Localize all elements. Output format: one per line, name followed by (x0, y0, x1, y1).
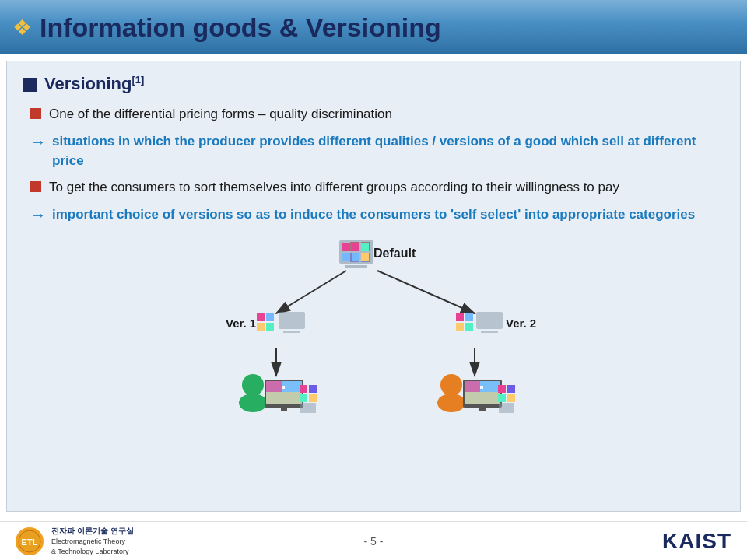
diagram-svg: Default Ver. 1 (109, 236, 638, 415)
svg-rect-44 (309, 394, 317, 402)
svg-rect-26 (465, 313, 473, 321)
svg-rect-11 (361, 253, 369, 261)
svg-text:Ver. 1: Ver. 1 (226, 317, 256, 330)
svg-rect-22 (279, 312, 305, 329)
svg-rect-25 (456, 313, 464, 321)
footer: ETL 전자파 이론기술 연구실 Electromagnetic Theory … (0, 521, 747, 560)
svg-rect-23 (283, 331, 300, 333)
svg-rect-51 (465, 381, 480, 392)
svg-rect-10 (361, 243, 369, 251)
svg-text:ETL: ETL (22, 537, 38, 547)
arrow-text-1: situations in which the producer provide… (52, 132, 724, 170)
svg-rect-8 (342, 253, 350, 261)
svg-rect-54 (480, 386, 483, 389)
svg-rect-38 (266, 392, 302, 404)
svg-rect-39 (282, 386, 285, 389)
svg-rect-20 (257, 323, 265, 331)
lab-logo: ETL (16, 527, 44, 555)
svg-rect-18 (257, 313, 265, 321)
svg-point-32 (242, 374, 264, 396)
svg-rect-21 (266, 323, 274, 331)
heading-square-icon (23, 78, 37, 92)
svg-point-33 (239, 394, 267, 412)
svg-rect-55 (479, 408, 486, 411)
svg-rect-42 (309, 385, 317, 393)
svg-text:Ver. 2: Ver. 2 (506, 317, 536, 330)
diamond-icon: ❖ (12, 15, 32, 40)
svg-rect-28 (465, 323, 473, 331)
bullet-square-icon-2 (30, 181, 41, 192)
slide-header: ❖ Information goods & Versioning (0, 0, 747, 54)
svg-line-14 (377, 271, 475, 313)
svg-rect-6 (342, 243, 350, 251)
svg-rect-9 (352, 253, 359, 261)
svg-text:User 1: User 1 (245, 413, 281, 415)
bullet-square-icon-1 (30, 108, 41, 119)
kaist-logo: KAIST (662, 529, 731, 554)
svg-point-48 (437, 394, 465, 412)
arrow-icon-2: → (30, 206, 46, 224)
svg-text:User 2: User 2 (444, 413, 479, 415)
lab-text: 전자파 이론기술 연구실 Electromagnetic Theory & Te… (51, 526, 134, 556)
svg-rect-27 (456, 323, 464, 331)
bullet-text-1: One of the differential pricing forms – … (49, 105, 392, 124)
svg-rect-40 (281, 408, 287, 411)
svg-rect-5 (345, 265, 367, 268)
svg-rect-56 (498, 385, 506, 393)
svg-rect-19 (266, 313, 274, 321)
svg-rect-60 (499, 403, 514, 413)
section-heading: Versioning[1] (23, 74, 724, 94)
arrow-item-1: → situations in which the producer provi… (23, 132, 724, 170)
page-number: - 5 - (364, 535, 384, 548)
svg-rect-43 (300, 394, 307, 402)
svg-rect-7 (352, 243, 359, 251)
svg-rect-59 (507, 394, 515, 402)
footer-left: ETL 전자파 이론기술 연구실 Electromagnetic Theory … (16, 526, 134, 556)
main-content: Versioning[1] One of the differential pr… (6, 61, 741, 512)
svg-text:Default: Default (374, 247, 416, 260)
svg-rect-29 (476, 312, 503, 329)
arrow-text-2: important choice of versions so as to in… (52, 205, 695, 225)
svg-rect-57 (507, 385, 515, 393)
versioning-diagram: Default Ver. 1 (23, 236, 724, 415)
svg-rect-58 (498, 394, 506, 402)
bullet-item-2: To get the consumers to sort themselves … (23, 178, 724, 198)
arrow-item-2: → important choice of versions so as to … (23, 205, 724, 225)
slide-title: Information goods & Versioning (40, 12, 441, 43)
section-title: Versioning[1] (44, 74, 144, 94)
svg-rect-45 (300, 403, 316, 413)
arrow-icon-1: → (30, 133, 46, 151)
svg-point-47 (440, 374, 462, 396)
svg-line-13 (276, 271, 346, 313)
svg-rect-53 (465, 392, 500, 404)
svg-rect-30 (481, 331, 498, 333)
svg-rect-36 (266, 381, 282, 392)
bullet-text-2: To get the consumers to sort themselves … (49, 178, 619, 198)
bullet-item-1: One of the differential pricing forms – … (23, 105, 724, 124)
svg-rect-41 (300, 385, 307, 393)
